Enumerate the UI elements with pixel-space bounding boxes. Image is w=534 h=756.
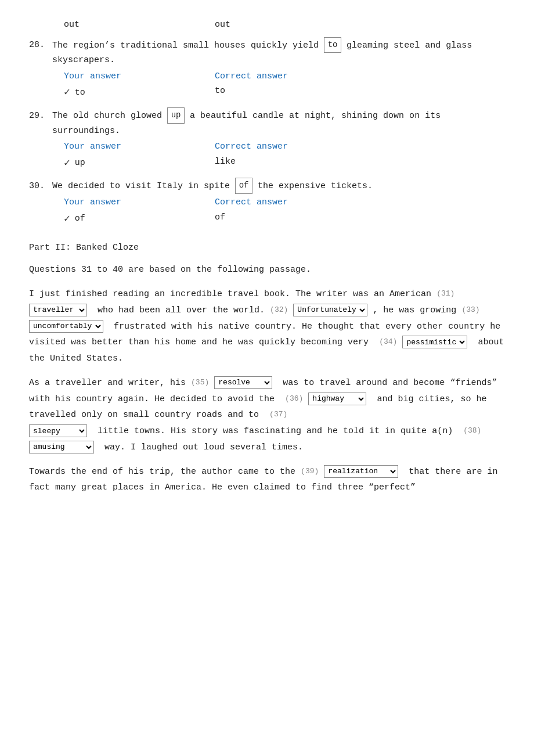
q28-answer-section: Your answer Correct answer ✓ to to [64,69,505,102]
q28-body: The region’s traditional small houses qu… [52,37,505,68]
q30-body: We decided to visit Italy in spite of th… [52,178,505,194]
p2-prefix: As a traveller and writer, his [29,378,186,388]
q29-answer-section: Your answer Correct answer ✓ up like [64,139,505,172]
q28-answer-values: ✓ to to [64,84,505,102]
q28-check: ✓ [64,84,70,102]
passage-paragraph-1: I just finished reading an incredible tr… [29,286,505,367]
p1-mid31: who had been all over the world. [92,305,265,315]
part-title: Part II: Banked Cloze [29,240,505,255]
q29-check: ✓ [64,154,70,172]
p3-num39: (39) [301,467,319,476]
q30-correct-label: Correct answer [215,195,366,210]
passage-paragraph-3: Towards the end of his trip, the author … [29,464,505,496]
q30-correct-value: of [215,210,366,228]
q30-inline-box: of [235,178,252,194]
p2-num36: (36) [285,394,303,403]
q30-text-before: We decided to visit Italy in spite [52,181,230,191]
q29-answer-values: ✓ up like [64,154,505,172]
q30-your-value: of [75,211,215,226]
p3-text: Towards the end of his trip, the author … [29,464,505,496]
part-title-text: Part II: Banked Cloze [29,243,139,253]
select-39[interactable]: realization conclusion belief understand… [324,465,398,478]
q28-correct-label: Correct answer [215,69,366,84]
q28-your-label: Your answer [64,69,215,84]
p1-suffix31: , he was growing [373,305,461,315]
q29-inline-box: up [167,107,185,124]
part-subtitle: Questions 31 to 40 are based on the foll… [29,262,505,278]
q30-text-after: the expensive tickets. [258,181,373,191]
q28-answer-labels: Your answer Correct answer [64,69,505,84]
q29-body: The old church glowed up a beautiful can… [52,107,505,138]
select-35[interactable]: resolve decision plan aim [214,376,272,389]
select-36[interactable]: highway motorway freeway road [308,393,366,405]
p2-mid37: little towns. His story was fascinating … [92,426,458,436]
q28-your-value: to [75,85,215,100]
q30-answer-values: ✓ of of [64,210,505,228]
select-38[interactable]: amusing boring interesting exciting [29,441,94,453]
q29-your-label: Your answer [64,139,215,154]
p2-num37: (37) [269,410,287,419]
p2-num38: (38) [463,426,481,435]
q29-answer-labels: Your answer Correct answer [64,139,505,154]
passage-paragraph-2: As a traveller and writer, his (35) reso… [29,375,505,456]
q29-text-before: The old church glowed [52,111,162,121]
p2-num35: (35) [191,378,209,387]
p1-num32: (32) [270,305,288,314]
q30-number: 30. [29,179,52,194]
q30-answer-labels: Your answer Correct answer [64,195,505,210]
p2-suffix38: way. I laughed out loud several times. [99,442,303,452]
q28-correct-value: to [215,84,366,102]
q29-your-value: up [75,156,215,171]
p3-prefix: Towards the end of his trip, the author … [29,467,295,477]
question-30: 30. We decided to visit Italy in spite o… [29,178,505,228]
q30-check: ✓ [64,210,70,228]
q29-correct-value: like [215,154,366,172]
select-32[interactable]: Unfortunately Fortunately Surprisingly O… [293,304,367,316]
q28-text-before: The region’s traditional small houses qu… [52,40,319,50]
q30-answer-section: Your answer Correct answer ✓ of of [64,195,505,228]
p1-num33: (33) [461,305,479,314]
p1-num31: (31) [436,289,454,298]
q29-correct-label: Correct answer [215,139,366,154]
q30-your-label: Your answer [64,195,215,210]
q29-number: 29. [29,109,52,124]
select-33[interactable]: uncomfortably comfortably deeply slowly [29,320,103,333]
select-37[interactable]: sleepy busy lively quiet [29,424,87,437]
p1-num34: (34) [379,337,397,346]
p1-prefix: I just finished reading an incredible tr… [29,289,431,299]
select-34[interactable]: pessimistic optimistic realistic idealis… [402,336,467,348]
q28-number: 28. [29,38,52,53]
q28-inline-box: to [324,37,341,53]
select-31[interactable]: traveller writer tourist explorer [29,304,87,316]
p2-text: As a traveller and writer, his (35) reso… [29,375,505,456]
part-subtitle-text: Questions 31 to 40 are based on the foll… [29,265,311,275]
question-28: 28. The region’s traditional small house… [29,37,505,102]
p1-text: I just finished reading an incredible tr… [29,286,505,367]
question-29: 29. The old church glowed up a beautiful… [29,107,505,172]
